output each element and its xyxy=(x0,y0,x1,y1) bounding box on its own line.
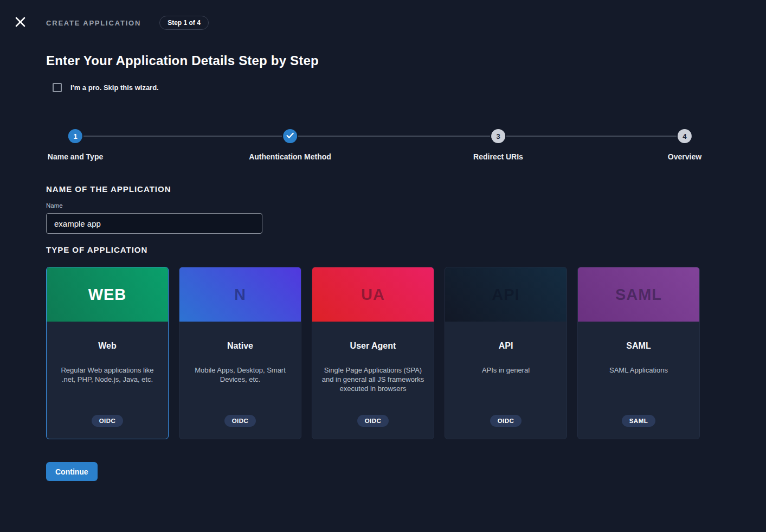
app-type-card-web[interactable]: WEB Web Regular Web applications like .n… xyxy=(46,267,169,439)
card-title: Web xyxy=(98,341,116,351)
protocol-badge: SAML xyxy=(622,415,656,427)
step-3-indicator: 3 xyxy=(491,129,505,143)
wizard-title: CREATE APPLICATION xyxy=(46,19,141,27)
card-header-api: API xyxy=(445,267,567,322)
card-description: Regular Web applications like .net, PHP,… xyxy=(54,366,161,384)
step-2-label: Authentication Method xyxy=(249,152,331,161)
step-2-indicator xyxy=(283,129,297,143)
step-1-label: Name and Type xyxy=(48,152,103,161)
app-type-card-user-agent[interactable]: UA User Agent Single Page Applications (… xyxy=(312,267,434,439)
wizard-header: CREATE APPLICATION Step 1 of 4 xyxy=(13,16,209,30)
step-1-indicator: 1 xyxy=(68,129,82,143)
protocol-badge: OIDC xyxy=(490,415,522,427)
app-type-card-saml[interactable]: SAML SAML SAML Applications SAML xyxy=(577,267,700,439)
name-field-label: Name xyxy=(46,202,63,209)
name-section-title: NAME OF THE APPLICATION xyxy=(46,184,171,194)
application-name-input[interactable] xyxy=(46,213,262,234)
card-header-saml: SAML xyxy=(578,267,699,322)
card-header-native: N xyxy=(179,267,301,322)
type-section-title: TYPE OF APPLICATION xyxy=(46,245,147,254)
card-description: APIs in general xyxy=(482,366,530,375)
skip-wizard-label: I'm a pro. Skip this wizard. xyxy=(70,84,159,92)
card-body: User Agent Single Page Applications (SPA… xyxy=(312,322,434,439)
card-body: Web Regular Web applications like .net, … xyxy=(47,322,168,439)
card-title: SAML xyxy=(626,341,651,351)
app-type-card-native[interactable]: N Native Mobile Apps, Desktop, Smart Dev… xyxy=(179,267,301,439)
card-header-user-agent: UA xyxy=(312,267,434,322)
card-title: User Agent xyxy=(350,341,396,351)
app-type-card-list: WEB Web Regular Web applications like .n… xyxy=(46,267,700,439)
card-title: Native xyxy=(227,341,253,351)
close-icon xyxy=(15,17,25,29)
card-title: API xyxy=(499,341,513,351)
protocol-badge: OIDC xyxy=(92,415,124,427)
skip-wizard-checkbox[interactable] xyxy=(53,83,62,92)
checkmark-icon xyxy=(286,132,294,140)
protocol-badge: OIDC xyxy=(357,415,389,427)
card-body: SAML SAML Applications SAML xyxy=(578,322,699,439)
continue-button[interactable]: Continue xyxy=(46,462,98,481)
step-redirect-uris: 3 Redirect URIs xyxy=(473,129,523,161)
card-header-web: WEB xyxy=(47,267,168,322)
card-description: Single Page Applications (SPA) and in ge… xyxy=(319,366,427,393)
skip-wizard-row[interactable]: I'm a pro. Skip this wizard. xyxy=(53,83,159,92)
step-authentication-method: Authentication Method xyxy=(249,129,331,161)
create-application-wizard: CREATE APPLICATION Step 1 of 4 Enter You… xyxy=(0,0,766,532)
card-description: Mobile Apps, Desktop, Smart Devices, etc… xyxy=(186,366,294,384)
card-description: SAML Applications xyxy=(609,366,668,375)
stepper-connector xyxy=(506,136,677,137)
step-4-indicator: 4 xyxy=(678,129,692,143)
step-count-badge: Step 1 of 4 xyxy=(159,16,209,30)
card-body: API APIs in general OIDC xyxy=(445,322,567,439)
step-overview: 4 Overview xyxy=(668,129,701,161)
page-title: Enter Your Application Details Step by S… xyxy=(46,53,319,68)
step-3-label: Redirect URIs xyxy=(473,152,523,161)
step-name-and-type: 1 Name and Type xyxy=(48,129,103,161)
card-body: Native Mobile Apps, Desktop, Smart Devic… xyxy=(179,322,301,439)
step-4-label: Overview xyxy=(668,152,701,161)
close-button[interactable] xyxy=(13,16,27,30)
app-type-card-api[interactable]: API API APIs in general OIDC xyxy=(445,267,567,439)
protocol-badge: OIDC xyxy=(224,415,256,427)
